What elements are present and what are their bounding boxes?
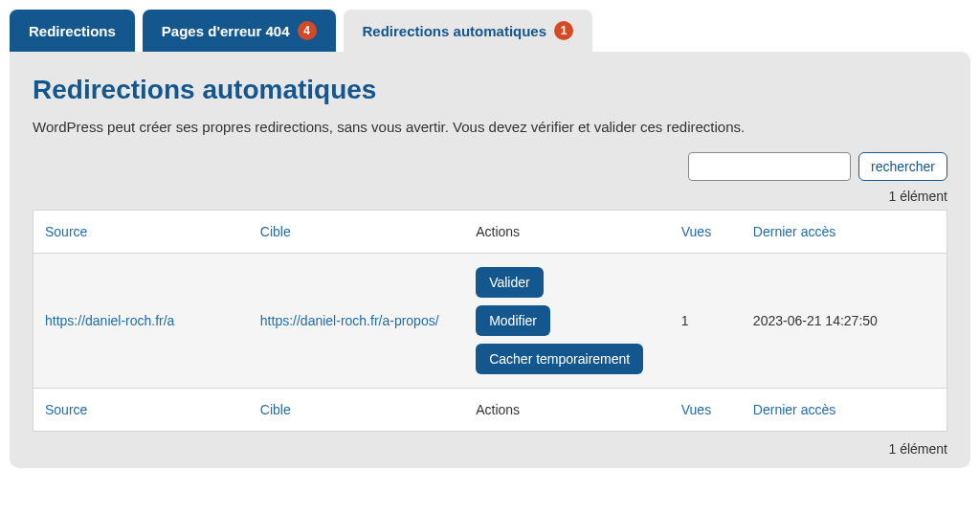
- redirections-table: Source Cible Actions Vues Dernier accès …: [33, 210, 947, 432]
- actions-group: Valider Modifier Cacher temporairement: [476, 267, 658, 374]
- hide-button[interactable]: Cacher temporairement: [476, 344, 643, 374]
- badge-count: 1: [554, 21, 573, 40]
- col-header-target[interactable]: Cible: [249, 211, 464, 254]
- col-footer-last-access[interactable]: Dernier accès: [742, 389, 947, 432]
- col-footer-views[interactable]: Vues: [670, 389, 742, 432]
- search-button[interactable]: rechercher: [858, 152, 947, 181]
- main-panel: Redirections automatiques WordPress peut…: [10, 52, 970, 468]
- col-footer-target[interactable]: Cible: [249, 389, 464, 432]
- col-footer-actions: Actions: [464, 389, 670, 432]
- item-count-top: 1 élément: [33, 189, 947, 204]
- table-header-row: Source Cible Actions Vues Dernier accès: [33, 211, 947, 254]
- tabs-bar: Redirections Pages d'erreur 404 4 Redire…: [10, 10, 970, 52]
- search-row: rechercher: [33, 152, 947, 181]
- page-title: Redirections automatiques: [33, 75, 947, 105]
- col-header-source[interactable]: Source: [33, 211, 249, 254]
- col-header-last-access[interactable]: Dernier accès: [742, 211, 947, 254]
- tab-errors-404[interactable]: Pages d'erreur 404 4: [143, 10, 336, 52]
- col-footer-source[interactable]: Source: [33, 389, 249, 432]
- views-cell: 1: [670, 254, 742, 389]
- search-input[interactable]: [688, 152, 851, 181]
- modify-button[interactable]: Modifier: [476, 305, 550, 336]
- col-header-views[interactable]: Vues: [670, 211, 742, 254]
- table-row: https://daniel-roch.fr/a https://daniel-…: [33, 254, 947, 389]
- col-header-actions: Actions: [464, 211, 670, 254]
- source-link[interactable]: https://daniel-roch.fr/a: [45, 313, 174, 328]
- tab-label: Redirections automatiques: [363, 23, 547, 39]
- tab-label: Redirections: [29, 23, 116, 39]
- item-count-bottom: 1 élément: [33, 441, 947, 457]
- table-footer-row: Source Cible Actions Vues Dernier accès: [33, 389, 947, 432]
- target-link[interactable]: https://daniel-roch.fr/a-propos/: [260, 313, 439, 328]
- tab-auto-redirections[interactable]: Redirections automatiques 1: [344, 10, 593, 52]
- validate-button[interactable]: Valider: [476, 267, 544, 298]
- badge-count: 4: [298, 21, 317, 40]
- tab-label: Pages d'erreur 404: [162, 23, 290, 39]
- tab-redirections[interactable]: Redirections: [10, 10, 135, 52]
- last-access-cell: 2023-06-21 14:27:50: [742, 254, 947, 389]
- page-description: WordPress peut créer ses propres redirec…: [33, 119, 947, 135]
